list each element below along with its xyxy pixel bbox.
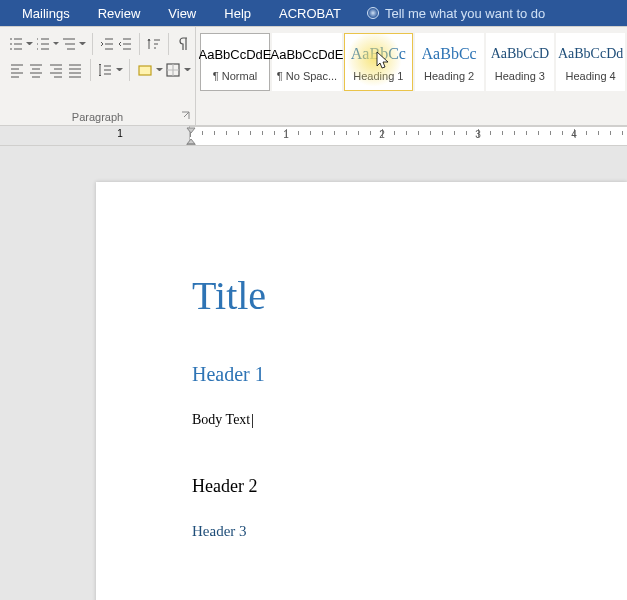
separator [92,33,93,55]
multilevel-list-icon[interactable] [61,34,77,54]
style-heading-1[interactable]: AaBbCcHeading 1 [344,33,413,91]
separator [90,59,91,81]
dropdown-caret-icon[interactable] [116,66,123,74]
lightbulb-icon [367,7,379,19]
separator [139,33,140,55]
ruler-number: 1 [283,129,289,140]
doc-heading-3[interactable]: Header 3 [192,523,627,540]
ruler-number: 3 [475,129,481,140]
dropdown-caret-icon[interactable] [156,66,163,74]
dropdown-caret-icon[interactable] [26,40,32,48]
ruler-number: 1 [117,128,123,139]
styles-gallery[interactable]: AaBbCcDdE¶ NormalAaBbCcDdE¶ No Spac...Aa… [196,27,627,125]
tab-view[interactable]: View [154,2,210,25]
tab-mailings[interactable]: Mailings [8,2,84,25]
tell-me-text: Tell me what you want to do [385,6,545,21]
style-label: ¶ No Spac... [273,70,341,82]
style-heading-4[interactable]: AaBbCcDdHeading 4 [556,33,625,91]
align-right-icon[interactable] [47,60,64,80]
dialog-launcher-icon[interactable] [181,111,191,121]
show-hide-pilcrow-icon[interactable] [175,34,191,54]
numbering-icon[interactable] [35,34,51,54]
style-label: Heading 1 [345,70,412,82]
separator [129,59,130,81]
dropdown-caret-icon[interactable] [53,40,59,48]
decrease-indent-icon[interactable] [99,34,115,54]
style-preview: AaBbCcDd [558,42,623,66]
align-center-icon[interactable] [27,60,44,80]
style---no-spac---[interactable]: AaBbCcDdE¶ No Spac... [272,33,342,91]
shading-icon[interactable] [136,60,153,80]
tab-help[interactable]: Help [210,2,265,25]
indent-marker-icon[interactable] [186,126,196,146]
ribbon: Paragraph AaBbCcDdE¶ NormalAaBbCcDdE¶ No… [0,26,627,126]
justify-icon[interactable] [66,60,83,80]
align-left-icon[interactable] [8,60,25,80]
style-preview: AaBbCcDdE [271,42,344,66]
horizontal-ruler[interactable]: 1 12345 [0,126,627,146]
svg-rect-0 [139,66,151,75]
borders-icon[interactable] [165,60,182,80]
sort-icon[interactable] [146,34,162,54]
tab-review[interactable]: Review [84,2,155,25]
paragraph-group-label: Paragraph [0,111,195,123]
style-preview: AaBbCc [351,42,406,66]
style---normal[interactable]: AaBbCcDdE¶ Normal [200,33,270,91]
paragraph-label-text: Paragraph [72,111,123,123]
doc-heading-2[interactable]: Header 2 [192,476,627,497]
doc-heading-1[interactable]: Header 1 [192,363,627,386]
style-preview: AaBbCc [422,42,477,66]
document-page[interactable]: Title Header 1 Body Text Header 2 Header… [96,182,627,600]
document-area: Title Header 1 Body Text Header 2 Header… [0,146,627,600]
bullets-icon[interactable] [8,34,24,54]
style-preview: AaBbCcD [491,42,549,66]
style-preview: AaBbCcDdE [199,42,272,66]
paragraph-group: Paragraph [0,27,196,125]
ruler-number: 4 [571,129,577,140]
tab-acrobat[interactable]: ACROBAT [265,2,355,25]
style-label: Heading 2 [416,70,483,82]
tell-me-box[interactable]: Tell me what you want to do [367,6,545,21]
ruler-margin-area: 1 [0,126,190,145]
style-label: ¶ Normal [201,70,269,82]
doc-title[interactable]: Title [192,272,627,319]
ruler-number: 2 [379,129,385,140]
title-tabs-bar: Mailings Review View Help ACROBAT Tell m… [0,0,627,26]
style-heading-3[interactable]: AaBbCcDHeading 3 [486,33,555,91]
dropdown-caret-icon[interactable] [184,66,191,74]
style-heading-2[interactable]: AaBbCcHeading 2 [415,33,484,91]
doc-body-text[interactable]: Body Text [192,412,627,428]
line-spacing-icon[interactable] [97,60,114,80]
separator [168,33,169,55]
increase-indent-icon[interactable] [117,34,133,54]
ruler-body: 12345 [190,126,627,145]
style-label: Heading 3 [487,70,554,82]
style-label: Heading 4 [557,70,624,82]
dropdown-caret-icon[interactable] [79,40,85,48]
